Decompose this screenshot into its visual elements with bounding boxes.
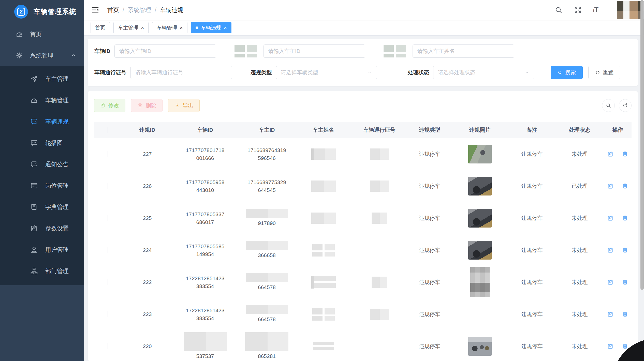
violation-photo[interactable]: [470, 267, 490, 297]
reset-button[interactable]: 重置: [588, 66, 620, 79]
delete-button[interactable]: 删除: [131, 99, 163, 112]
violation-id: 222: [122, 279, 173, 285]
search-icon[interactable]: [554, 6, 563, 14]
row-checkbox[interactable]: [108, 279, 108, 285]
edit-icon[interactable]: [607, 279, 614, 285]
sidebar-item-系统管理[interactable]: 系统管理: [0, 45, 84, 66]
row-checkbox[interactable]: [108, 311, 108, 317]
search-button[interactable]: 搜索: [551, 66, 583, 79]
remark: 违规停车: [508, 343, 555, 350]
edit-icon[interactable]: [607, 247, 614, 253]
filter-input[interactable]: [264, 44, 365, 58]
trash-icon[interactable]: [622, 215, 628, 221]
column-header: 备注: [508, 126, 555, 133]
trash-icon[interactable]: [622, 151, 628, 157]
dashboard-icon: [15, 30, 23, 38]
scrollbar-thumb[interactable]: [640, 0, 644, 290]
column-header: 车主姓名: [296, 126, 351, 133]
row-actions: [604, 279, 632, 285]
masked-pass-no: [372, 213, 387, 224]
edit-icon[interactable]: [607, 151, 614, 157]
sidebar-collapse-icon[interactable]: [91, 5, 100, 14]
row-checkbox[interactable]: [108, 183, 108, 189]
avatar[interactable]: [617, 1, 644, 19]
tabs-bar: 首页车主管理×车辆管理×车辆违规×: [84, 20, 644, 36]
sidebar-submenu: 车主管理车辆管理车辆违规轮播图通知公告岗位管理字典管理参数设置用户管理部门管理: [0, 66, 84, 285]
filter-label: 违规类型: [251, 69, 272, 76]
edit-button[interactable]: 修改: [94, 99, 125, 112]
tab-车辆违规[interactable]: 车辆违规×: [191, 22, 231, 33]
sidebar-item-部门管理[interactable]: 部门管理: [0, 260, 84, 282]
edit-icon[interactable]: [607, 183, 614, 189]
edit-icon[interactable]: [607, 215, 614, 221]
chat-icon: [30, 160, 38, 168]
sidebar-item-用户管理[interactable]: 用户管理: [0, 239, 84, 260]
masked-owner-name: [313, 342, 334, 351]
row-checkbox[interactable]: [108, 151, 108, 157]
topbar-actions: tT: [554, 1, 644, 19]
violation-photo[interactable]: [468, 145, 492, 163]
trash-icon[interactable]: [622, 247, 628, 253]
filter-field: 车辆通行证号: [94, 66, 232, 79]
sidebar-item-参数设置[interactable]: 参数设置: [0, 218, 84, 239]
close-icon[interactable]: ×: [224, 25, 227, 30]
filter-input[interactable]: [130, 66, 232, 79]
font-size-icon[interactable]: tT: [593, 6, 598, 14]
breadcrumb: 首页/系统管理/车辆违规: [107, 6, 183, 14]
violation-photo[interactable]: [468, 337, 492, 356]
filter-input[interactable]: [413, 44, 514, 58]
vehicle-id: 1717707805585149954: [173, 242, 238, 258]
app-logo: 2 车辆管理系统: [0, 0, 84, 23]
row-checkbox[interactable]: [108, 215, 108, 221]
trash-icon[interactable]: [622, 311, 628, 318]
sidebar-item-字典管理[interactable]: 字典管理: [0, 196, 84, 218]
sidebar-item-车辆违规[interactable]: 车辆违规: [0, 111, 84, 132]
sidebar-item-车主管理[interactable]: 车主管理: [0, 68, 84, 89]
tab-车主管理[interactable]: 车主管理×: [113, 22, 149, 33]
trash-icon[interactable]: [622, 183, 628, 189]
fullscreen-icon[interactable]: [574, 6, 582, 14]
close-icon[interactable]: ×: [180, 25, 183, 30]
row-checkbox[interactable]: [108, 343, 108, 349]
owner-name: [296, 213, 351, 224]
breadcrumb-item[interactable]: 系统管理: [128, 6, 151, 14]
refresh-button[interactable]: [619, 99, 632, 112]
close-icon[interactable]: ×: [141, 25, 144, 30]
photo-cell: [451, 337, 508, 356]
tab-车辆管理[interactable]: 车辆管理×: [152, 22, 187, 33]
tab-首页[interactable]: 首页: [91, 22, 110, 33]
filter-select[interactable]: 请选择处理状态: [433, 66, 534, 79]
row-checkbox[interactable]: [108, 247, 108, 253]
edit-icon[interactable]: [607, 311, 614, 318]
logo-glyph: 2: [17, 8, 25, 16]
masked-pass-no: [370, 180, 389, 192]
pass-no: [351, 277, 408, 288]
violation-type: 违规停车: [408, 215, 451, 222]
column-header: 操作: [604, 126, 632, 133]
masked-label: [384, 45, 406, 57]
show-search-button[interactable]: [602, 99, 615, 112]
sidebar-item-通知公告[interactable]: 通知公告: [0, 154, 84, 175]
trash-icon[interactable]: [622, 343, 628, 350]
edit-icon[interactable]: [607, 343, 614, 350]
sidebar-item-首页[interactable]: 首页: [0, 23, 84, 45]
export-button[interactable]: 导出: [168, 99, 200, 112]
table-row: 2261717707805958443010171668977532964454…: [94, 170, 632, 202]
breadcrumb-item[interactable]: 首页: [107, 6, 119, 14]
sidebar-item-车辆管理[interactable]: 车辆管理: [0, 89, 84, 111]
trash-icon[interactable]: [622, 279, 628, 285]
select-all-checkbox[interactable]: [108, 127, 108, 133]
photo-cell: [451, 145, 508, 163]
violation-photo[interactable]: [468, 177, 492, 195]
violation-photo[interactable]: [468, 209, 492, 228]
sidebar-item-岗位管理[interactable]: 岗位管理: [0, 175, 84, 196]
table-row: 2251717707805337686017917890违规停车违规停车未处理: [94, 202, 632, 234]
breadcrumb-separator: /: [123, 7, 124, 13]
sidebar-item-轮播图[interactable]: 轮播图: [0, 132, 84, 154]
masked-owner-name: [312, 308, 335, 321]
violation-photo[interactable]: [468, 241, 492, 260]
filter-input[interactable]: [114, 44, 216, 58]
violation-id: 225: [122, 215, 173, 221]
masked-pass-no: [372, 277, 387, 288]
filter-select[interactable]: 请选择车辆类型: [276, 66, 377, 79]
